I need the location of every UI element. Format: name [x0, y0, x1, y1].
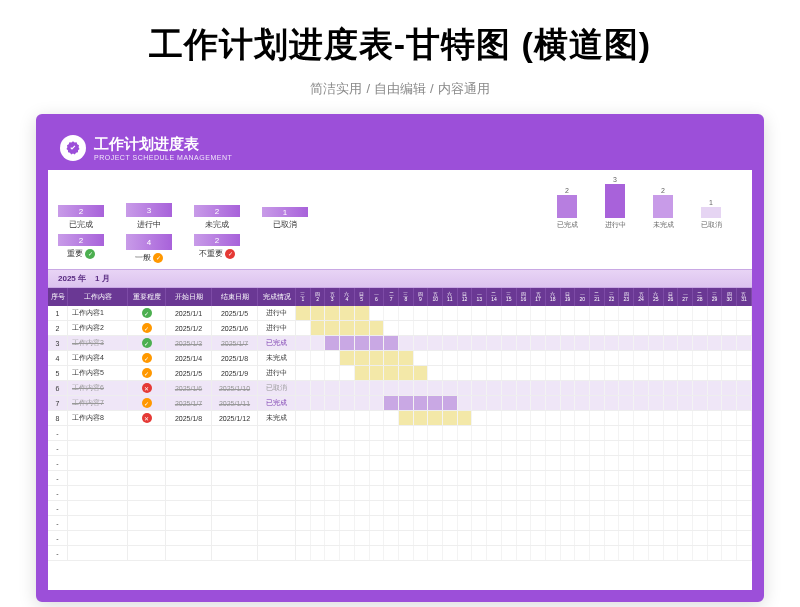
- cell-importance[interactable]: ✕: [128, 381, 166, 395]
- day-header-cell[interactable]: 五31: [737, 288, 752, 306]
- day-header-cell[interactable]: 六25: [649, 288, 664, 306]
- th-status[interactable]: 完成情况: [258, 288, 296, 306]
- day-header-cell[interactable]: 三1: [296, 288, 311, 306]
- date-control[interactable]: 2025 年 1 月: [48, 269, 752, 288]
- th-task[interactable]: 工作内容: [68, 288, 128, 306]
- cell-end[interactable]: 2025/1/8: [212, 351, 258, 365]
- table-row[interactable]: 4 工作内容4 ✓ 2025/1/4 2025/1/8 未完成: [48, 351, 752, 366]
- day-header-cell[interactable]: 五10: [428, 288, 443, 306]
- cell-importance[interactable]: ✕: [128, 411, 166, 425]
- cell-task[interactable]: 工作内容4: [68, 351, 128, 365]
- day-header-cell[interactable]: 日19: [561, 288, 576, 306]
- day-header-cell[interactable]: 六18: [546, 288, 561, 306]
- cell-status[interactable]: 已完成: [258, 336, 296, 350]
- th-index[interactable]: 序号: [48, 288, 68, 306]
- table-row[interactable]: 7 工作内容7 ✓ 2025/1/7 2025/1/11 已完成: [48, 396, 752, 411]
- cell-start[interactable]: 2025/1/3: [166, 336, 212, 350]
- table-row-empty[interactable]: -: [48, 471, 752, 486]
- cell-task[interactable]: 工作内容6: [68, 381, 128, 395]
- cell-task[interactable]: 工作内容8: [68, 411, 128, 425]
- day-header-cell[interactable]: 六4: [340, 288, 355, 306]
- cell-start[interactable]: 2025/1/1: [166, 306, 212, 320]
- day-header-cell[interactable]: 四16: [517, 288, 532, 306]
- cell-status[interactable]: 进行中: [258, 321, 296, 335]
- cell-start[interactable]: 2025/1/8: [166, 411, 212, 425]
- cell-task[interactable]: 工作内容7: [68, 396, 128, 410]
- day-header-cell[interactable]: 日12: [458, 288, 473, 306]
- cell-start[interactable]: 2025/1/7: [166, 396, 212, 410]
- cell-end[interactable]: 2025/1/5: [212, 306, 258, 320]
- cell-end[interactable]: 2025/1/11: [212, 396, 258, 410]
- cell-importance[interactable]: ✓: [128, 321, 166, 335]
- day-header-cell[interactable]: 日26: [664, 288, 679, 306]
- cell-importance[interactable]: ✓: [128, 351, 166, 365]
- cell-task[interactable]: 工作内容5: [68, 366, 128, 380]
- day-header-cell[interactable]: 一13: [472, 288, 487, 306]
- table-row-empty[interactable]: -: [48, 531, 752, 546]
- gantt-cell: [634, 411, 649, 425]
- cell-status[interactable]: 已取消: [258, 381, 296, 395]
- cell-end[interactable]: 2025/1/7: [212, 336, 258, 350]
- cell-importance[interactable]: ✓: [128, 396, 166, 410]
- cell-end[interactable]: 2025/1/9: [212, 366, 258, 380]
- th-end[interactable]: 结束日期: [212, 288, 258, 306]
- day-header-cell[interactable]: 四23: [619, 288, 634, 306]
- table-row[interactable]: 5 工作内容5 ✓ 2025/1/5 2025/1/9 进行中: [48, 366, 752, 381]
- cell-status[interactable]: 未完成: [258, 411, 296, 425]
- day-header-cell[interactable]: 一6: [370, 288, 385, 306]
- cell-status[interactable]: 未完成: [258, 351, 296, 365]
- day-header-cell[interactable]: 三8: [399, 288, 414, 306]
- table-row[interactable]: 6 工作内容6 ✕ 2025/1/6 2025/1/10 已取消: [48, 381, 752, 396]
- day-header-cell[interactable]: 五24: [634, 288, 649, 306]
- cell-status[interactable]: 已完成: [258, 396, 296, 410]
- day-header-cell[interactable]: 二14: [487, 288, 502, 306]
- gantt-cell: [590, 366, 605, 380]
- table-row-empty[interactable]: -: [48, 516, 752, 531]
- cell-task[interactable]: 工作内容2: [68, 321, 128, 335]
- table-row[interactable]: 3 工作内容3 ✓ 2025/1/3 2025/1/7 已完成: [48, 336, 752, 351]
- table-row-empty[interactable]: -: [48, 426, 752, 441]
- cell-start[interactable]: 2025/1/2: [166, 321, 212, 335]
- day-header-cell[interactable]: 日5: [355, 288, 370, 306]
- table-row[interactable]: 1 工作内容1 ✓ 2025/1/1 2025/1/5 进行中: [48, 306, 752, 321]
- cell-importance[interactable]: ✓: [128, 306, 166, 320]
- cell-status[interactable]: 进行中: [258, 366, 296, 380]
- cell-start[interactable]: 2025/1/4: [166, 351, 212, 365]
- day-header-cell[interactable]: 一20: [575, 288, 590, 306]
- cell-importance[interactable]: ✓: [128, 366, 166, 380]
- gantt-cell: [678, 321, 693, 335]
- cell-task[interactable]: 工作内容1: [68, 306, 128, 320]
- table-row-empty[interactable]: -: [48, 501, 752, 516]
- th-importance[interactable]: 重要程度: [128, 288, 166, 306]
- cell-status[interactable]: 进行中: [258, 306, 296, 320]
- cell-start[interactable]: 2025/1/5: [166, 366, 212, 380]
- gantt-cell: [414, 381, 429, 395]
- day-header-cell[interactable]: 五3: [325, 288, 340, 306]
- day-header-cell[interactable]: 六11: [443, 288, 458, 306]
- day-header-cell[interactable]: 二21: [590, 288, 605, 306]
- day-header-cell[interactable]: 一27: [678, 288, 693, 306]
- cell-end[interactable]: 2025/1/12: [212, 411, 258, 425]
- day-header-cell[interactable]: 五17: [531, 288, 546, 306]
- day-header-cell[interactable]: 三29: [708, 288, 723, 306]
- table-row-empty[interactable]: -: [48, 441, 752, 456]
- table-row-empty[interactable]: -: [48, 486, 752, 501]
- day-header-cell[interactable]: 二7: [384, 288, 399, 306]
- day-header-cell[interactable]: 四9: [414, 288, 429, 306]
- cell-start[interactable]: 2025/1/6: [166, 381, 212, 395]
- day-header-cell[interactable]: 三15: [502, 288, 517, 306]
- table-row-empty[interactable]: -: [48, 546, 752, 561]
- cell-end[interactable]: 2025/1/6: [212, 321, 258, 335]
- table-row[interactable]: 2 工作内容2 ✓ 2025/1/2 2025/1/6 进行中: [48, 321, 752, 336]
- th-start[interactable]: 开始日期: [166, 288, 212, 306]
- table-row-empty[interactable]: -: [48, 456, 752, 471]
- table-row[interactable]: 8 工作内容8 ✕ 2025/1/8 2025/1/12 未完成: [48, 411, 752, 426]
- cell-task[interactable]: 工作内容3: [68, 336, 128, 350]
- day-header-cell[interactable]: 二28: [693, 288, 708, 306]
- day-header-cell[interactable]: 四30: [722, 288, 737, 306]
- cell-importance[interactable]: ✓: [128, 336, 166, 350]
- day-header-cell[interactable]: 三22: [605, 288, 620, 306]
- day-header-cell[interactable]: 四2: [311, 288, 326, 306]
- gantt-cell: [472, 351, 487, 365]
- cell-end[interactable]: 2025/1/10: [212, 381, 258, 395]
